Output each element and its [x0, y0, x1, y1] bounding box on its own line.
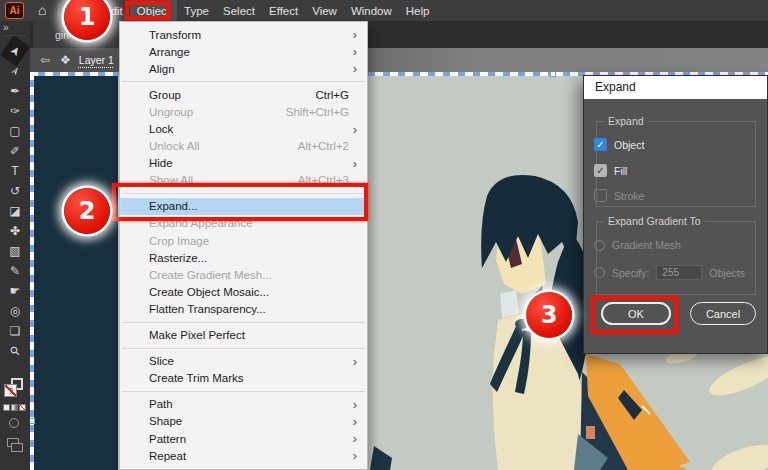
menu-separator	[122, 322, 365, 323]
menu-item[interactable]: Repeat ›	[120, 447, 367, 464]
menu-item-label: Rasterize...	[149, 252, 207, 264]
group-legend: Expand Gradient To	[604, 215, 705, 227]
fill-swatch[interactable]: ?	[4, 384, 17, 397]
menu-item-label: Flatten Transparency...	[149, 303, 266, 315]
menu-item-shortcut: Alt+Ctrl+2	[298, 140, 357, 152]
menu-item[interactable]: Shape ›	[120, 413, 367, 430]
menu-item[interactable]: Create Object Mosaic...	[120, 283, 367, 300]
gradient-button[interactable]	[11, 404, 18, 411]
step-number: 2	[79, 197, 96, 225]
annotation-box-ok-button	[591, 296, 678, 334]
hand-tool-icon[interactable]: ☛	[3, 281, 27, 301]
menu-item-label: Make Pixel Perfect	[149, 329, 245, 341]
cancel-button[interactable]: Cancel	[690, 302, 756, 325]
menu-item[interactable]: Lock ›	[120, 120, 367, 137]
menu-item[interactable]: Blend ›	[120, 464, 367, 470]
specify-radio-row[interactable]: Specify: 255 Objects	[594, 265, 745, 280]
menubar-divider	[58, 4, 59, 17]
menu-item[interactable]: Hide ›	[120, 155, 367, 172]
radio-icon[interactable]	[594, 267, 605, 278]
menu-item-label: Shape	[149, 415, 182, 427]
none-slash-icon	[20, 405, 25, 410]
fill-checkbox-row[interactable]: ✓ Fill	[594, 164, 627, 177]
menu-item[interactable]: Slice ›	[120, 353, 367, 370]
step-number: 1	[79, 3, 96, 31]
menu-item-shortcut: Shift+Ctrl+G	[286, 106, 357, 118]
none-slash-icon	[5, 385, 16, 396]
submenu-arrow-icon: ›	[353, 354, 357, 369]
curvature-tool-icon[interactable]: ✑	[3, 101, 27, 121]
illustrator-logo-icon[interactable]: Ai	[5, 2, 24, 19]
screen-mode-front-icon[interactable]	[11, 443, 23, 452]
menu-item[interactable]: Crop Image	[120, 232, 367, 249]
back-arrow-icon[interactable]: ⇦	[40, 53, 50, 67]
menu-item-label: Pattern	[149, 433, 186, 445]
menu-help[interactable]: Help	[399, 0, 437, 21]
submenu-arrow-icon: ›	[353, 122, 357, 137]
eyedropper-tool-icon[interactable]: ✎	[3, 261, 27, 281]
menu-type[interactable]: Type	[177, 0, 216, 21]
menu-item[interactable]: Pattern ›	[120, 430, 367, 447]
submenu-arrow-icon: ›	[353, 431, 357, 446]
checkbox-checked-icon[interactable]: ✓	[594, 164, 607, 177]
radio-icon[interactable]	[594, 240, 605, 251]
menu-item-label: Slice	[149, 355, 174, 367]
menu-item-label: Group	[149, 89, 181, 101]
stroke-checkbox-row[interactable]: Stroke	[594, 189, 644, 202]
specify-input[interactable]: 255	[656, 265, 702, 280]
menu-item[interactable]: Path ›	[120, 396, 367, 413]
menu-item[interactable]: Make Pixel Perfect	[120, 327, 367, 344]
menu-item-label: Lock	[149, 123, 173, 135]
menu-item-label: Path	[149, 398, 173, 410]
menu-select[interactable]: Select	[216, 0, 262, 21]
step-number: 3	[541, 301, 558, 329]
layer-name-label[interactable]: Layer 1	[79, 54, 114, 66]
gradient-mesh-radio-row[interactable]: Gradient Mesh	[594, 239, 681, 251]
object-checkbox-row[interactable]: ✓ Object	[594, 138, 644, 151]
menu-item[interactable]: Flatten Transparency...	[120, 300, 367, 317]
menu-item[interactable]: Arrange ›	[120, 43, 367, 60]
type-tool-icon[interactable]: T	[3, 161, 27, 181]
menu-item-label: Create Object Mosaic...	[149, 286, 269, 298]
home-icon[interactable]: ⌂	[38, 0, 46, 21]
layers-icon[interactable]: ❖	[60, 53, 71, 67]
menu-item-label: Transform	[149, 29, 201, 41]
menu-window[interactable]: Window	[344, 0, 399, 21]
checkbox-label: Stroke	[614, 190, 644, 202]
none-button[interactable]	[19, 404, 26, 411]
menu-item[interactable]: Ungroup Shift+Ctrl+G	[120, 103, 367, 120]
menu-item[interactable]: Unlock All Alt+Ctrl+2	[120, 138, 367, 155]
menu-item[interactable]: Transform ›	[120, 26, 367, 43]
shape-builder-tool-icon[interactable]: ◎	[3, 301, 27, 321]
submenu-arrow-icon: ›	[353, 156, 357, 171]
draw-mode-icon[interactable]	[9, 418, 19, 428]
blob-3	[707, 438, 768, 470]
tools-panel: » ······· ➤➢✒✑▢✐T↺◪✤▧✎☛◎❏⚲ ?	[0, 21, 30, 470]
dark-wedge	[370, 446, 392, 470]
menu-item-label: Create Trim Marks	[149, 372, 244, 384]
menu-item[interactable]: Rasterize...	[120, 249, 367, 266]
checkbox-checked-icon[interactable]: ✓	[594, 138, 607, 151]
rotate-tool-icon[interactable]: ↺	[3, 181, 27, 201]
blob-2	[705, 349, 768, 403]
menubar: Ai ⌂ FileEditObjectTypeSelectEffectViewW…	[0, 0, 768, 21]
color-button[interactable]	[3, 404, 10, 411]
menu-item[interactable]: Create Gradient Mesh...	[120, 266, 367, 283]
dialog-title[interactable]: Expand	[584, 76, 767, 99]
menu-item-label: Create Gradient Mesh...	[149, 269, 272, 281]
checkbox-label: Fill	[614, 165, 627, 177]
menu-view[interactable]: View	[305, 0, 344, 21]
menu-item[interactable]: Align ›	[120, 60, 367, 77]
menu-effect[interactable]: Effect	[262, 0, 305, 21]
gradient-tool-icon[interactable]: ▧	[3, 241, 27, 261]
rectangle-tool-icon[interactable]: ▢	[3, 121, 27, 141]
paintbrush-tool-icon[interactable]: ✐	[3, 141, 27, 161]
submenu-arrow-icon: ›	[353, 448, 357, 463]
symbol-sprayer-tool-icon[interactable]: ✤	[3, 221, 27, 241]
menu-item[interactable]: Group Ctrl+G	[120, 86, 367, 103]
eraser-tool-icon[interactable]: ◪	[3, 201, 27, 221]
submenu-arrow-icon: ›	[353, 27, 357, 42]
menu-item-label: Crop Image	[149, 235, 209, 247]
checkbox-unchecked-icon[interactable]	[594, 189, 607, 202]
menu-item[interactable]: Create Trim Marks	[120, 370, 367, 387]
